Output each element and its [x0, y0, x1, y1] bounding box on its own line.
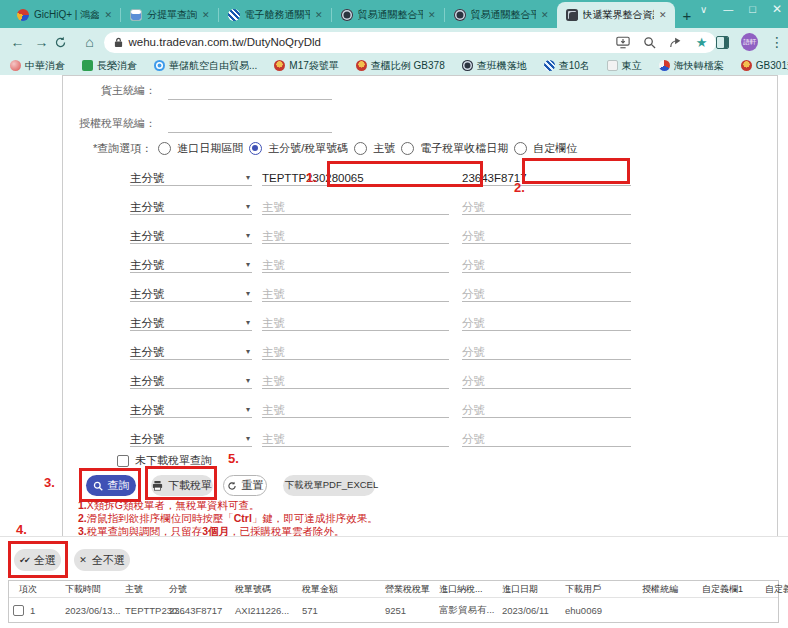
row-type-dropdown[interactable]: [130, 330, 252, 331]
bookmark-item[interactable]: 華儲航空自由貿易...: [154, 59, 257, 73]
main-no-input[interactable]: 主號: [262, 400, 449, 418]
row-type-dropdown[interactable]: [130, 243, 252, 244]
row-type-dropdown[interactable]: [130, 359, 252, 360]
maximize-button[interactable]: □: [749, 3, 756, 15]
branch-no-input[interactable]: 分號: [462, 400, 631, 418]
reload-icon[interactable]: [54, 36, 78, 49]
row-type-dropdown[interactable]: [130, 388, 252, 389]
close-icon[interactable]: ✕: [315, 10, 323, 20]
branch-no-input[interactable]: 分號: [462, 342, 631, 360]
branch-no-input[interactable]: 分號: [462, 255, 631, 273]
back-icon[interactable]: ←: [6, 34, 30, 50]
cell-importer: 富影貿易有...: [429, 604, 492, 617]
radio-ebill-receive-date[interactable]: [401, 142, 414, 155]
col-header[interactable]: 項次: [9, 583, 55, 596]
close-icon[interactable]: ✕: [104, 10, 112, 20]
minimize-button[interactable]: —: [723, 4, 733, 15]
main-no-input[interactable]: 主號: [262, 226, 449, 244]
owner-id-input[interactable]: [168, 75, 332, 100]
branch-no-input[interactable]: 分號: [462, 284, 631, 302]
close-icon[interactable]: ✕: [659, 10, 667, 20]
row-type-dropdown[interactable]: 主分號 ▾: [130, 168, 252, 186]
col-header[interactable]: 進口日期: [492, 583, 555, 596]
close-button[interactable]: ✕: [772, 2, 782, 16]
row-checkbox[interactable]: [13, 605, 24, 616]
share-icon[interactable]: [669, 36, 683, 49]
auth-id-input[interactable]: [168, 108, 332, 133]
row-type-dropdown[interactable]: [130, 417, 252, 418]
cell-business-tax: 9251: [375, 605, 429, 616]
zoom-icon[interactable]: [643, 36, 656, 49]
col-header[interactable]: 下載用戶: [555, 583, 632, 596]
download-bill-button[interactable]: 下載稅單: [151, 475, 213, 496]
tab-eport[interactable]: 電子艙務通關平台 ✕: [219, 2, 331, 28]
branch-no-input[interactable]: 分號: [462, 429, 631, 447]
close-icon[interactable]: ✕: [202, 10, 210, 20]
bookmark-item[interactable]: 海快轉檔案: [659, 59, 724, 73]
tab-gichiq[interactable]: GicHiQ+ | 鴻鑫 ✕: [8, 2, 120, 28]
row-type-dropdown[interactable]: [130, 301, 252, 302]
radio-main-branch-no[interactable]: [249, 142, 262, 155]
col-header[interactable]: 授權統編: [632, 583, 692, 596]
main-no-input[interactable]: 主號: [262, 255, 449, 273]
radio-main-no[interactable]: [354, 142, 367, 155]
radio-custom-field[interactable]: [514, 142, 527, 155]
col-header[interactable]: 稅單號碼: [225, 583, 292, 596]
select-all-button[interactable]: ✔✔ 全選: [14, 549, 61, 571]
home-icon[interactable]: ⌂: [78, 34, 102, 50]
bookmark-item[interactable]: GB301查G1: [741, 59, 788, 73]
profile-avatar[interactable]: 語軒: [741, 33, 758, 51]
col-header[interactable]: 自定義欄2: [755, 583, 788, 596]
tab-express-info-active[interactable]: 快遞業界整合資訊 ✕: [557, 2, 675, 28]
col-header[interactable]: 進口納稅...: [429, 583, 492, 596]
download-pdf-excel-button[interactable]: 下載稅單PDF_EXCEL: [283, 475, 375, 496]
tab-trade-platform-2[interactable]: 貿易通關整合平台 ✕: [445, 2, 557, 28]
cell-main-no: TEPTTP230...: [115, 605, 159, 616]
bookmark-item[interactable]: 查班機落地: [462, 59, 527, 73]
radio-import-date-range[interactable]: [158, 142, 171, 155]
branch-no-input[interactable]: 分號: [462, 371, 631, 389]
branch-no-input[interactable]: 分號: [462, 313, 631, 331]
deselect-all-button[interactable]: ✕ 全不選: [74, 549, 130, 571]
col-header[interactable]: 自定義欄1: [692, 583, 755, 596]
tab-subbill-query[interactable]: 分提單查詢 ✕: [121, 2, 218, 28]
reset-button[interactable]: 重置: [223, 475, 267, 496]
bookmark-item[interactable]: M17袋號單: [274, 59, 338, 73]
tab-search-chevron-icon[interactable]: ∨: [700, 4, 707, 15]
close-icon[interactable]: ✕: [428, 10, 436, 20]
bookmark-item[interactable]: 東立: [607, 59, 642, 73]
forward-icon[interactable]: →: [30, 34, 54, 50]
main-no-input[interactable]: 主號: [262, 313, 449, 331]
row-type-dropdown[interactable]: [130, 272, 252, 273]
install-icon[interactable]: [616, 36, 630, 49]
main-no-input[interactable]: 主號: [262, 371, 449, 389]
row-type-dropdown[interactable]: [130, 214, 252, 215]
bookmark-item[interactable]: 長榮消倉: [82, 59, 137, 73]
branch-no-input[interactable]: 分號: [462, 197, 631, 215]
main-no-input[interactable]: 主號: [262, 429, 449, 447]
col-header[interactable]: 稅單金額: [292, 583, 375, 596]
undownloaded-checkbox[interactable]: [117, 455, 129, 467]
col-header[interactable]: 分號: [159, 583, 225, 596]
branch-no-input[interactable]: 分號: [462, 226, 631, 244]
close-icon[interactable]: ✕: [541, 10, 549, 20]
main-no-input[interactable]: 主號: [262, 197, 449, 215]
query-button[interactable]: 查詢: [86, 475, 136, 496]
tab-trade-platform-1[interactable]: 貿易通關整合平台 ✕: [332, 2, 444, 28]
col-header[interactable]: 主號: [115, 583, 159, 596]
results-table-header: 項次 下載時間 主號 分號 稅單號碼 稅單金額 營業稅稅單 進口納稅... 進口…: [9, 581, 778, 598]
side-panel-icon[interactable]: [716, 36, 730, 49]
menu-kebab-icon[interactable]: ⋮: [768, 34, 786, 50]
main-no-input[interactable]: 主號: [262, 284, 449, 302]
address-bar[interactable]: wehu.tradevan.com.tw/DutyNoQryDld ★: [104, 32, 716, 53]
bookmark-item[interactable]: 查櫃比例 GB378: [356, 59, 445, 73]
row-type-dropdown[interactable]: [130, 446, 252, 447]
bookmark-item[interactable]: 中華消倉: [10, 59, 65, 73]
star-icon[interactable]: ★: [696, 35, 708, 50]
new-tab-button[interactable]: +: [683, 7, 692, 24]
tab-title: 分提單查詢: [147, 8, 197, 22]
col-header[interactable]: 下載時間: [55, 583, 115, 596]
main-no-input[interactable]: 主號: [262, 342, 449, 360]
bookmark-item[interactable]: 查10名: [544, 59, 590, 73]
col-header[interactable]: 營業稅稅單: [375, 583, 429, 596]
